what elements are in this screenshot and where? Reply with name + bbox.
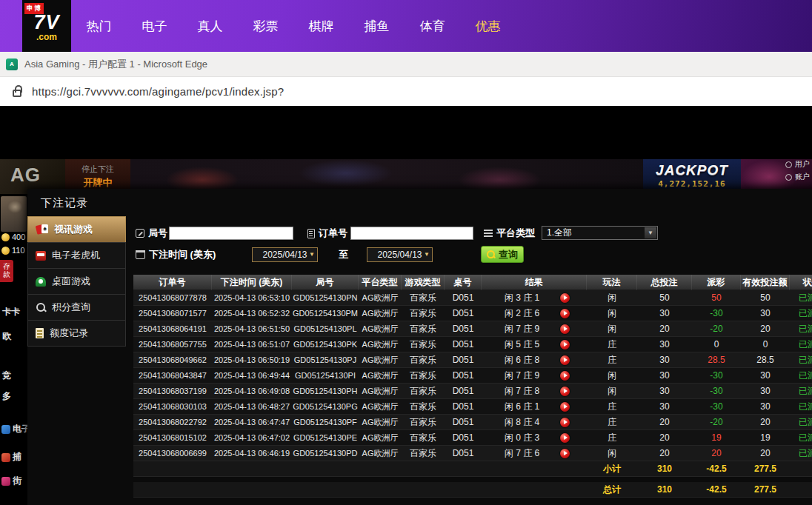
balance-sub: 110	[1, 246, 25, 255]
rail-shortcut[interactable]: 街	[1, 475, 21, 487]
sidebar-item-credit-records[interactable]: 额度记录	[27, 320, 126, 347]
replay-button[interactable]	[560, 309, 570, 318]
table-cell: 30	[637, 399, 692, 414]
table-cell: -20	[692, 321, 741, 336]
column-header: 状态	[790, 275, 812, 290]
nav-item-fishing[interactable]: 捕鱼	[349, 18, 405, 35]
table-cell: D051	[445, 384, 482, 398]
table-cell: 250413068049662	[133, 352, 212, 367]
replay-button[interactable]	[560, 449, 570, 458]
rail-shortcut[interactable]: 捕	[1, 451, 21, 464]
play-icon	[564, 327, 568, 331]
sidebar-item-live-games[interactable]: 视讯游戏	[27, 216, 126, 243]
panel-sidebar: 视讯游戏 电子老虎机 桌面游戏 积分查询 额度记录	[27, 217, 126, 347]
replay-button[interactable]	[560, 355, 570, 365]
sidebar-item-points-query[interactable]: 积分查询	[27, 294, 126, 321]
result-text: 闲 7 庄 6	[499, 446, 545, 461]
table-cell: 闲	[587, 446, 637, 461]
table-cell: GD051254130PH	[292, 384, 359, 398]
rail-shortcut[interactable]: 多	[2, 390, 11, 403]
site-logo[interactable]: 申博 7V .com	[22, 0, 71, 52]
result-cell: 闲 5 庄 5	[482, 337, 587, 352]
rail-shortcut[interactable]: 欧	[2, 330, 11, 343]
account-icon	[785, 174, 792, 181]
result-cell: 闲 2 庄 6	[482, 306, 587, 321]
table-cell: 50	[741, 290, 790, 305]
calendar-icon	[136, 250, 145, 259]
table-cell: 2025-04-13 06:49:08	[212, 384, 292, 398]
browser-addressbar[interactable]: https://gci.7vvvvvv.com/agingame/pcv1/in…	[0, 77, 812, 106]
table-cell: D051	[445, 415, 482, 429]
table-cell: 30	[637, 306, 692, 321]
table-cell: 20	[741, 446, 790, 461]
nav-item-cards[interactable]: 棋牌	[293, 18, 349, 35]
column-header: 局号	[292, 275, 359, 290]
subtotal-label: 小计	[587, 461, 637, 476]
nav-item-hot[interactable]: 热门	[71, 18, 127, 35]
rail-shortcut[interactable]: 卡卡	[2, 306, 20, 318]
nav-item-lottery[interactable]: 彩票	[238, 18, 293, 35]
table-cell: D051	[445, 290, 482, 305]
table-cell: D051	[445, 430, 482, 445]
platform-select-value: 1.全部	[547, 227, 572, 238]
order-input[interactable]	[350, 227, 473, 240]
sidebar-item-slot-machines[interactable]: 电子老虎机	[27, 242, 126, 269]
deposit-button[interactable]: 存款	[0, 260, 13, 282]
table-cell: 已派彩	[790, 384, 812, 398]
user-menu-user[interactable]: 用户	[785, 159, 810, 170]
column-header: 结果	[482, 275, 587, 290]
table-cell: -30	[692, 384, 741, 398]
subtotal-valid-bet: 277.5	[741, 461, 790, 476]
round-input[interactable]	[169, 227, 293, 240]
nav-item-live[interactable]: 真人	[182, 18, 238, 35]
table-cell: AG欧洲厅	[359, 321, 402, 336]
table-cell: 30	[637, 352, 692, 367]
replay-button[interactable]	[560, 387, 570, 396]
replay-button[interactable]	[560, 340, 570, 350]
table-cell: 2025-04-13 06:47:47	[212, 415, 292, 429]
replay-button[interactable]	[560, 371, 570, 381]
page-content: AG 停止下注 开牌中 JACKPOT 4,272,152,16 用户 账户	[0, 106, 812, 505]
table-cell: 50	[692, 290, 741, 305]
table-row: 2504130680371992025-04-13 06:49:08GD0512…	[133, 384, 812, 399]
sidebar-item-table-games[interactable]: 桌面游戏	[27, 268, 126, 295]
user-menu-account[interactable]: 账户	[785, 172, 810, 182]
url-text[interactable]: https://gci.7vvvvvv.com/agingame/pcv1/in…	[32, 85, 284, 98]
column-header: 有效投注额	[741, 275, 790, 290]
table-cell: GD051254130PN	[292, 290, 359, 305]
nav-item-sports[interactable]: 体育	[405, 18, 460, 35]
slots-icon	[1, 425, 10, 434]
date-to-select[interactable]: 2025/04/13 ▼	[367, 247, 433, 262]
table-cell: 20	[637, 321, 692, 336]
replay-button[interactable]	[560, 324, 570, 334]
table-cell: 百家乐	[402, 352, 445, 367]
table-cell: GD051254130PK	[292, 337, 359, 352]
column-header: 平台类型	[359, 275, 402, 290]
search-icon	[487, 250, 496, 259]
date-from-select[interactable]: 2025/04/13 ▼	[252, 247, 318, 262]
browser-titlebar: A Asia Gaming - 用户配置 1 - Microsoft Edge	[0, 52, 812, 77]
table-cell: AG欧洲厅	[359, 384, 402, 398]
replay-button[interactable]	[560, 402, 570, 412]
rail-shortcut[interactable]: 竞	[2, 369, 11, 382]
result-cell: 闲 3 庄 1	[482, 290, 587, 305]
table-cell: AG欧洲厅	[359, 306, 402, 321]
replay-button[interactable]	[560, 433, 570, 443]
nav-item-slots[interactable]: 电子	[127, 18, 182, 35]
search-button[interactable]: 查询	[481, 246, 524, 263]
table-cell: 已派彩	[790, 306, 812, 321]
table-row: 2504130680066992025-04-13 06:46:19GD0512…	[133, 446, 812, 461]
nav-item-promos[interactable]: 优惠	[460, 18, 516, 35]
result-text: 闲 0 庄 3	[499, 430, 545, 445]
platform-type-label: 平台类型	[484, 226, 535, 241]
result-text: 闲 7 庄 9	[499, 368, 545, 383]
table-cell: 30	[741, 306, 790, 321]
replay-button[interactable]	[560, 418, 570, 427]
replay-button[interactable]	[560, 293, 570, 303]
platform-select[interactable]: 1.全部 ▼	[542, 226, 658, 240]
table-cell: AG欧洲厅	[359, 446, 402, 461]
rail-shortcut[interactable]: 电子	[1, 423, 30, 435]
subtotal-row: 小计 310 -42.5 277.5	[133, 461, 812, 477]
dealing-text: 开牌中	[65, 176, 130, 190]
grand-total-row: 总计 310 -42.5 277.5	[133, 482, 812, 498]
